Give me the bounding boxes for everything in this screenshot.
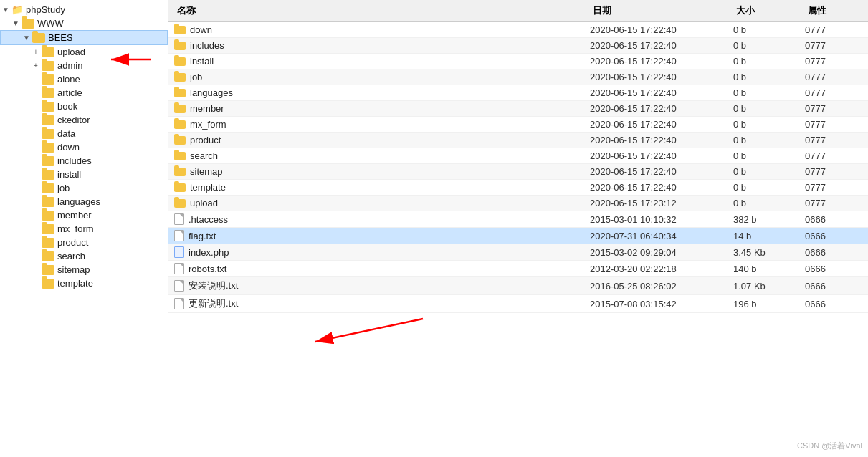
file-attr: 0777 xyxy=(805,24,862,35)
tree-item-search[interactable]: search xyxy=(0,249,168,263)
col-name: 名称 xyxy=(174,3,590,19)
file-icon xyxy=(174,298,184,309)
tree-item-includes[interactable]: includes xyxy=(0,154,168,168)
file-name: down xyxy=(190,24,212,35)
tree-item-template[interactable]: template xyxy=(0,276,168,290)
tree-label: member xyxy=(57,210,92,221)
file-table-body[interactable]: down 2020-06-15 17:22:40 0 b 0777 includ… xyxy=(168,22,868,457)
table-row[interactable]: install 2020-06-15 17:22:40 0 b 0777 xyxy=(168,54,868,69)
table-row[interactable]: 更新说明.txt 2015-07-08 03:15:42 196 b 0666 xyxy=(168,295,868,313)
table-row[interactable]: 安装说明.txt 2016-05-25 08:26:02 1.07 Kb 066… xyxy=(168,277,868,295)
file-attr: 0777 xyxy=(805,87,862,98)
table-row[interactable]: .htaccess 2015-03-01 10:10:32 382 b 0666 xyxy=(168,211,868,228)
expand-icon[interactable]: ▼ xyxy=(21,34,32,42)
file-date: 2020-07-31 06:40:34 xyxy=(590,231,733,241)
tree-item-upload[interactable]: +upload xyxy=(0,45,168,59)
file-name-cell: index.php xyxy=(174,246,590,258)
file-size: 0 b xyxy=(733,135,805,145)
file-icon xyxy=(174,280,184,292)
col-size: 大小 xyxy=(733,3,805,19)
file-name: template xyxy=(190,182,226,193)
watermark: CSDN @活着Vival xyxy=(797,441,862,451)
folder-icon xyxy=(174,73,186,82)
tree-item-data[interactable]: data xyxy=(0,127,168,140)
tree-item-alone[interactable]: alone xyxy=(0,72,168,86)
table-row[interactable]: flag.txt 2020-07-31 06:40:34 14 b 0666 xyxy=(168,228,868,244)
tree-label: BEES xyxy=(48,32,73,43)
expand-icon[interactable]: + xyxy=(30,48,42,56)
tree-item-bees[interactable]: ▼BEES xyxy=(0,30,168,45)
tree-item-ckeditor[interactable]: ckeditor xyxy=(0,113,168,127)
file-name: install xyxy=(190,56,214,67)
file-date: 2020-06-15 17:22:40 xyxy=(590,182,733,193)
file-name: sitemap xyxy=(190,166,223,177)
table-row[interactable]: search 2020-06-15 17:22:40 0 b 0777 xyxy=(168,148,868,164)
table-row[interactable]: job 2020-06-15 17:22:40 0 b 0777 xyxy=(168,69,868,85)
file-attr: 0777 xyxy=(805,56,862,67)
file-name: flag.txt xyxy=(189,231,216,241)
file-attr: 0666 xyxy=(805,247,862,258)
file-name-cell: mx_form xyxy=(174,119,590,130)
file-attr: 0666 xyxy=(805,299,862,309)
file-attr: 0777 xyxy=(805,103,862,114)
expand-icon[interactable]: ▼ xyxy=(10,19,22,27)
tree-item-down[interactable]: down xyxy=(0,140,168,154)
folder-icon xyxy=(174,42,186,50)
table-row[interactable]: sitemap 2020-06-15 17:22:40 0 b 0777 xyxy=(168,164,868,180)
folder-icon xyxy=(42,251,54,261)
tree-item-mx_form[interactable]: mx_form xyxy=(0,222,168,236)
root-icon: 📁 xyxy=(11,4,23,15)
tree-item-book[interactable]: book xyxy=(0,100,168,113)
file-icon xyxy=(174,230,184,241)
tree-item-member[interactable]: member xyxy=(0,208,168,222)
table-row[interactable]: member 2020-06-15 17:22:40 0 b 0777 xyxy=(168,101,868,117)
file-size: 0 b xyxy=(733,72,805,82)
folder-icon xyxy=(42,238,54,248)
file-tree[interactable]: ▼📁phpStudy▼WWW▼BEES+upload+admin alone a… xyxy=(0,0,168,457)
table-row[interactable]: languages 2020-06-15 17:22:40 0 b 0777 xyxy=(168,85,868,101)
file-name: robots.txt xyxy=(189,264,226,274)
tree-label: down xyxy=(57,142,80,153)
file-name-cell: includes xyxy=(174,40,590,51)
table-row[interactable]: robots.txt 2012-03-20 02:22:18 140 b 066… xyxy=(168,261,868,277)
file-attr: 0777 xyxy=(805,150,862,161)
tree-item-admin[interactable]: +admin xyxy=(0,59,168,72)
file-attr: 0777 xyxy=(805,166,862,177)
table-row[interactable]: down 2020-06-15 17:22:40 0 b 0777 xyxy=(168,22,868,38)
tree-label: install xyxy=(57,169,81,180)
tree-item-www[interactable]: ▼WWW xyxy=(0,16,168,30)
tree-label: upload xyxy=(57,47,85,57)
file-date: 2015-07-08 03:15:42 xyxy=(590,299,733,309)
folder-icon xyxy=(42,224,54,234)
file-name-cell: robots.txt xyxy=(174,263,590,274)
file-date: 2020-06-15 17:22:40 xyxy=(590,72,733,82)
folder-icon xyxy=(174,183,186,192)
file-size: 14 b xyxy=(733,231,805,241)
table-row[interactable]: includes 2020-06-15 17:22:40 0 b 0777 xyxy=(168,38,868,54)
table-row[interactable]: product 2020-06-15 17:22:40 0 b 0777 xyxy=(168,133,868,148)
folder-icon xyxy=(174,199,186,208)
file-date: 2020-06-15 17:23:12 xyxy=(590,198,733,208)
tree-item-phpStudy[interactable]: ▼📁phpStudy xyxy=(0,3,168,16)
expand-icon[interactable]: ▼ xyxy=(0,6,11,14)
table-row[interactable]: template 2020-06-15 17:22:40 0 b 0777 xyxy=(168,180,868,196)
file-size: 3.45 Kb xyxy=(733,247,805,258)
tree-item-install[interactable]: install xyxy=(0,168,168,181)
tree-item-languages[interactable]: languages xyxy=(0,195,168,208)
file-attr: 0777 xyxy=(805,119,862,130)
tree-item-job[interactable]: job xyxy=(0,181,168,195)
table-row[interactable]: index.php 2015-03-02 09:29:04 3.45 Kb 06… xyxy=(168,244,868,261)
folder-icon xyxy=(42,74,54,85)
folder-icon xyxy=(42,129,54,139)
tree-item-sitemap[interactable]: sitemap xyxy=(0,263,168,276)
expand-icon[interactable]: + xyxy=(30,62,42,69)
table-row[interactable]: upload 2020-06-15 17:23:12 0 b 0777 xyxy=(168,196,868,211)
file-date: 2016-05-25 08:26:02 xyxy=(590,281,733,292)
table-row[interactable]: mx_form 2020-06-15 17:22:40 0 b 0777 xyxy=(168,117,868,133)
tree-item-product[interactable]: product xyxy=(0,236,168,249)
file-attr: 0777 xyxy=(805,198,862,208)
tree-item-article[interactable]: article xyxy=(0,86,168,100)
file-size: 0 b xyxy=(733,103,805,114)
file-attr: 0777 xyxy=(805,182,862,193)
folder-icon xyxy=(42,265,54,275)
